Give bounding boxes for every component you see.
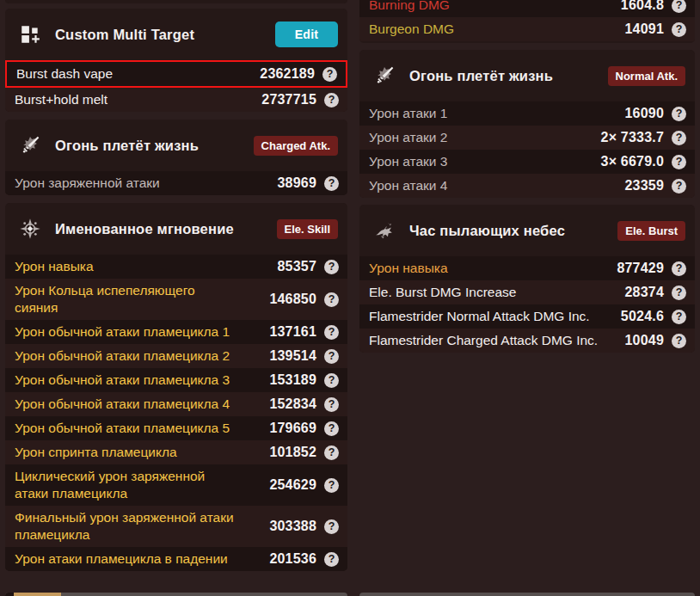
damage-row-label: Урон обычной атаки пламецикла 4 <box>15 396 269 413</box>
help-icon[interactable]: ? <box>324 445 339 460</box>
damage-row-value: 146850 <box>269 292 316 307</box>
help-icon[interactable]: ? <box>324 478 339 493</box>
damage-row-value: 3× 6679.0 <box>601 154 664 169</box>
damage-row-label: Урон атаки 1 <box>369 105 625 122</box>
damage-row-label: Урон атаки 3 <box>369 153 601 170</box>
damage-row-label: Урон обычной атаки пламецикла 2 <box>15 347 269 365</box>
damage-row-label: Урон спринта пламецикла <box>15 444 269 461</box>
damage-row-label: Урон атаки 4 <box>369 177 625 194</box>
damage-row-value: 101852 <box>269 445 316 460</box>
left-column: Custom Multi Target Edit Burst dash vape… <box>5 0 347 571</box>
help-icon[interactable]: ? <box>672 155 686 169</box>
damage-row-value: 16090 <box>625 106 665 121</box>
elemental-burst-panel: Час пылающих небес Ele. Burst Урон навык… <box>359 205 695 353</box>
damage-row: Урон обычной атаки пламецикла 2 139514 ? <box>5 344 347 368</box>
damage-row-label: Burning DMG <box>369 0 621 14</box>
help-icon[interactable]: ? <box>324 519 339 534</box>
help-icon[interactable]: ? <box>324 397 339 412</box>
damage-row: Урон обычной атаки пламецикла 4 152834 ? <box>5 392 347 416</box>
damage-row-value: 2× 7333.7 <box>601 130 664 145</box>
help-icon[interactable]: ? <box>324 292 339 307</box>
help-icon[interactable]: ? <box>672 261 686 276</box>
right-column: Burning DMG 1604.8 ? Burgeon DMG 14091 ?… <box>359 0 695 353</box>
custom-target-icon <box>17 22 43 47</box>
help-icon[interactable]: ? <box>324 176 339 191</box>
damage-row-label: Burgeon DMG <box>369 21 625 38</box>
damage-row: Flamestrider Charged Attack DMG Inc. 100… <box>359 329 695 353</box>
damage-row-value: 85357 <box>278 259 317 274</box>
charged-attack-badge: Charged Atk. <box>254 136 338 156</box>
panel-title: Огонь плетёт жизнь <box>409 68 608 84</box>
help-icon[interactable]: ? <box>672 334 686 348</box>
help-icon[interactable]: ? <box>324 552 339 567</box>
help-icon[interactable]: ? <box>672 22 686 37</box>
next-section-edge-right <box>359 593 695 596</box>
damage-row-label: Циклический урон заряженной атаки пламец… <box>15 468 269 502</box>
help-icon[interactable]: ? <box>324 93 339 108</box>
damage-row-label: Урон Кольца испепеляющего сияния <box>15 282 269 316</box>
custom-target-rows: Burst dash vape 2362189 ? Burst+hold mel… <box>5 60 347 112</box>
damage-row-label: Урон навыка <box>15 258 278 275</box>
damage-row-value: 38969 <box>278 175 317 191</box>
help-icon[interactable]: ? <box>672 286 686 300</box>
next-section-edge-left <box>5 593 347 596</box>
elemental-burst-rows: Урон навыка 877429 ? Ele. Burst DMG Incr… <box>359 256 695 353</box>
damage-row-label: Flamestrider Normal Attack DMG Inc. <box>369 308 621 325</box>
help-icon[interactable]: ? <box>672 310 686 324</box>
edit-button[interactable]: Edit <box>275 22 338 47</box>
help-icon[interactable]: ? <box>324 421 339 436</box>
damage-row: Burning DMG 1604.8 ? <box>359 0 695 17</box>
damage-row-value: 303388 <box>269 519 316 534</box>
help-icon[interactable]: ? <box>324 373 339 388</box>
help-icon[interactable]: ? <box>672 0 686 13</box>
help-icon[interactable]: ? <box>672 179 686 194</box>
damage-row: Ele. Burst DMG Increase 28374 ? <box>359 280 695 304</box>
charged-attack-panel: Огонь плетёт жизнь Charged Atk. Урон зар… <box>5 120 347 195</box>
elemental-skill-panel: Именованное мгновение Ele. Skill Урон на… <box>5 203 347 571</box>
help-icon[interactable]: ? <box>324 325 339 340</box>
damage-row-value: 5024.6 <box>621 309 664 324</box>
damage-row: Урон атаки 2 2× 7333.7 ? <box>359 126 695 150</box>
reaction-damage-rows: Burning DMG 1604.8 ? Burgeon DMG 14091 ? <box>359 0 695 41</box>
panel-title: Custom Multi Target <box>55 27 275 43</box>
elemental-burst-badge: Ele. Burst <box>617 221 685 241</box>
help-icon[interactable]: ? <box>324 349 339 364</box>
damage-row: Burst+hold melt 2737715 ? <box>5 88 347 112</box>
damage-row: Урон спринта пламецикла 101852 ? <box>5 440 347 464</box>
damage-row: Урон обычной атаки пламецикла 3 153189 ? <box>5 368 347 392</box>
previous-panel-edge <box>5 0 347 3</box>
damage-row-value: 139514 <box>269 348 316 364</box>
phoenix-burst-icon <box>371 218 397 243</box>
damage-row: Burst dash vape 2362189 ? <box>5 60 347 88</box>
damage-row-value: 1604.8 <box>621 0 664 13</box>
damage-row-value: 2737715 <box>261 92 316 108</box>
elemental-skill-header: Именованное мгновение Ele. Skill <box>5 203 347 255</box>
damage-row-value: 179669 <box>269 421 316 436</box>
damage-row: Flamestrider Normal Attack DMG Inc. 5024… <box>359 304 695 329</box>
help-icon[interactable]: ? <box>672 131 686 145</box>
damage-row: Финальный урон заряженной атаки пламецик… <box>5 506 347 547</box>
damage-row-label: Урон обычной атаки пламецикла 1 <box>15 323 269 341</box>
damage-row-label: Урон обычной атаки пламецикла 3 <box>15 372 269 389</box>
damage-row-value: 23359 <box>625 178 665 194</box>
damage-row-value: 14091 <box>625 22 665 37</box>
help-icon[interactable]: ? <box>672 107 686 121</box>
panel-title: Именованное мгновение <box>55 221 277 237</box>
elemental-burst-header: Час пылающих небес Ele. Burst <box>359 205 695 256</box>
sword-icon <box>371 63 397 89</box>
charged-attack-rows: Урон заряженной атаки 38969 ? <box>5 171 347 195</box>
normal-attack-rows: Урон атаки 1 16090 ? Урон атаки 2 2× 733… <box>359 101 695 198</box>
damage-row: Burgeon DMG 14091 ? <box>359 17 695 41</box>
damage-row-label: Урон обычной атаки пламецикла 5 <box>15 420 269 437</box>
help-icon[interactable]: ? <box>324 260 339 274</box>
help-icon[interactable]: ? <box>322 67 337 82</box>
damage-row: Урон навыка 877429 ? <box>359 256 695 280</box>
normal-attack-badge: Normal Atk. <box>608 66 685 86</box>
sword-icon <box>17 132 43 158</box>
damage-row-label: Урон заряженной атаки <box>15 175 278 192</box>
damage-row: Урон атаки 4 23359 ? <box>359 174 695 198</box>
damage-row: Урон Кольца испепеляющего сияния 146850 … <box>5 279 347 320</box>
damage-row-label: Ele. Burst DMG Increase <box>369 284 625 301</box>
damage-row-label: Flamestrider Charged Attack DMG Inc. <box>369 332 625 349</box>
panel-title: Огонь плетёт жизнь <box>55 138 254 154</box>
